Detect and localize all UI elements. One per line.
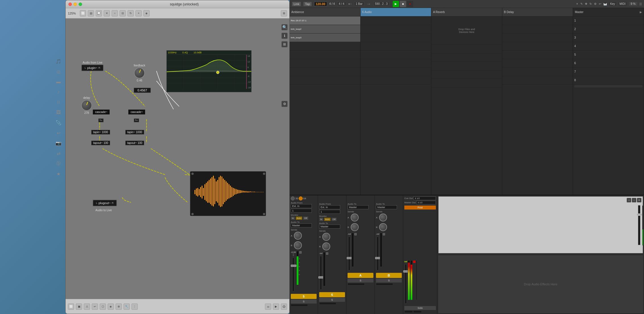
loop-icon[interactable]: ↻ [589,2,592,5]
clip-slot-bdelay-4[interactable] [502,42,573,51]
bottom-btn-meter[interactable]: ⚌ [265,303,271,310]
monitor-auto-ch1[interactable]: Auto [296,216,302,220]
sidebar-icon-circle-b[interactable]: ⓑ [54,159,63,168]
scene-launch-5[interactable]: 5 [291,294,317,299]
bottom-btn-9[interactable]: ⋮ [131,303,138,310]
x-btn[interactable]: ✕ [637,198,641,202]
monitor-off-ch1[interactable]: Off [303,216,308,220]
send-a-knob-ch3[interactable] [351,213,359,221]
send-b-knob-ch1[interactable] [294,241,302,249]
clip-slot-6audio-7[interactable] [361,68,431,76]
bottom-btn-5[interactable]: ⬡ [100,303,106,310]
toolbar-number[interactable]: ↻ [127,10,134,16]
clip-slot-areverb-3[interactable] [431,62,502,70]
clip-slot-areverb-1[interactable] [431,45,502,53]
toolbar-close[interactable]: ✕ [104,10,110,16]
maximize-button[interactable] [79,3,82,6]
key-btn[interactable]: Key [609,2,616,6]
play-button[interactable]: ▶ [393,1,399,7]
send-b-knob-ch4[interactable] [379,223,387,231]
scene-launch-6[interactable]: 6 [319,292,345,297]
audio-to-dropdown-ch2[interactable]: Master [319,225,340,229]
fader-track-ch4[interactable] [377,236,379,271]
solo-btn-ch3[interactable]: S [348,279,373,282]
patch-grid-btn[interactable]: ⊞ [281,41,288,47]
clip-slot-bdelay-5[interactable] [502,51,573,59]
clip-slot-6audio-8[interactable] [361,76,431,85]
fader-track-ch2[interactable] [320,256,322,290]
scene-3[interactable]: 3 [573,34,644,42]
toolbar-spray[interactable]: ◈ [143,10,150,16]
smile-btn[interactable]: ☺ [627,198,631,202]
toolbar-rect[interactable]: ▤ [88,10,94,16]
record-button[interactable]: ● [407,1,413,7]
send-a-knob-ch1[interactable] [294,232,302,240]
stop-button[interactable]: ■ [400,1,406,7]
circle-btn[interactable]: ○ [632,198,636,202]
bottom-btn-7[interactable]: ⊕ [116,303,122,310]
undo-icon[interactable]: ↩ [599,2,601,5]
track-master-header[interactable]: Master ▶ [573,8,644,16]
audio-from-dropdown-ch1[interactable]: Ext. In [291,204,312,208]
clip-slot-6audio-6[interactable] [361,59,431,68]
sidebar-icon-camera[interactable]: 📷 [54,139,63,148]
clip-slot-bdelay-1[interactable] [502,16,573,25]
tempo-knob[interactable] [291,196,295,200]
send-b-knob-ch2[interactable] [322,242,330,250]
info-icon[interactable]: ℹ [281,33,288,39]
clip-slot-areverb-5[interactable] [431,79,502,87]
grid-icon[interactable]: ⊞ [281,41,288,47]
sidebar-icon-image[interactable]: 🖼 [54,108,63,117]
audio-to-dropdown-ch4[interactable]: Master [376,205,397,209]
feedback-knob[interactable] [134,68,145,78]
settings-icon[interactable]: ⚙ [281,101,288,107]
track-areverb-header[interactable]: A Reverb [431,8,502,16]
send-a-knob-ch4[interactable] [379,213,387,221]
fader-track-ch1[interactable]: -12-24-36-48-60 [292,258,294,292]
clip-slot-bdelay-3[interactable] [502,34,573,42]
loop-arrow-icon[interactable]: → [367,1,371,7]
clip-slot-bdelay-2[interactable] [502,25,573,34]
clip-slot-6audio-4[interactable] [361,42,431,51]
utility-fader-handle[interactable] [637,213,642,216]
bottom-btn-play[interactable]: ▶ [273,303,279,310]
patch-zoom-btn[interactable]: 🔍 [281,24,288,30]
master-scrollbar[interactable] [416,260,417,300]
clip-slot-ambience-6[interactable] [290,59,360,68]
bpm-display[interactable]: 120.00 [314,2,327,6]
fader-handle-ch1[interactable] [291,265,296,267]
send-b-knob-ch3[interactable] [351,223,359,231]
fader-track-master[interactable] [405,264,407,304]
monitor-auto-ch2[interactable]: Auto [324,217,331,221]
sidebar-icon-music[interactable]: ♪ [54,87,63,97]
clip-slot-ambience-3[interactable]: tmh_loop3 [290,34,360,42]
plugin-out-object[interactable]: L plugout~ R [93,200,117,206]
minimize-button[interactable] [74,3,77,6]
monitor-off-ch2[interactable]: Off [331,217,337,221]
clip-slot-6audio-3[interactable] [361,34,431,42]
scene-8[interactable]: 8 [573,76,644,85]
right-panel-icon[interactable]: ||| [639,2,642,5]
send-a-knob-ch2[interactable] [322,233,330,241]
clip-slot-ambience-2[interactable]: tmh_loop2 [290,25,360,34]
track-bdelay-header[interactable]: B Delay [502,8,573,16]
sidebar-icon-star[interactable]: ★ [54,169,63,178]
bottom-btn-3[interactable]: ⚠ [84,303,90,310]
close-button[interactable] [68,3,72,6]
cascade1-object[interactable]: cascade~ [93,109,110,115]
tap-btn[interactable]: Tap [303,2,312,6]
audio-to-dropdown-ch3[interactable]: Master [348,205,369,209]
clip-slot-ambience-1[interactable]: Rec-19.07.07-1 [290,16,360,25]
delay-knob[interactable] [81,100,92,111]
toolbar-comment[interactable]: 💬 [96,10,102,16]
add-icon[interactable]: + [576,2,578,5]
plugin-in-object[interactable]: L plugin~ R [81,64,104,71]
bottom-btn-power[interactable]: ⏻ [281,303,287,310]
clip-slot-ambience-7[interactable] [290,68,360,76]
sidebar-icon-back[interactable]: ↩ [54,128,63,137]
scene-2[interactable]: 2 [573,25,644,34]
bottom-btn-2[interactable]: ▣ [76,303,82,310]
zoom-level[interactable]: 125% [68,12,76,15]
drop-files-zone[interactable]: Drop Files and Devices Here [431,16,502,45]
post-btn[interactable]: Post [404,206,436,210]
